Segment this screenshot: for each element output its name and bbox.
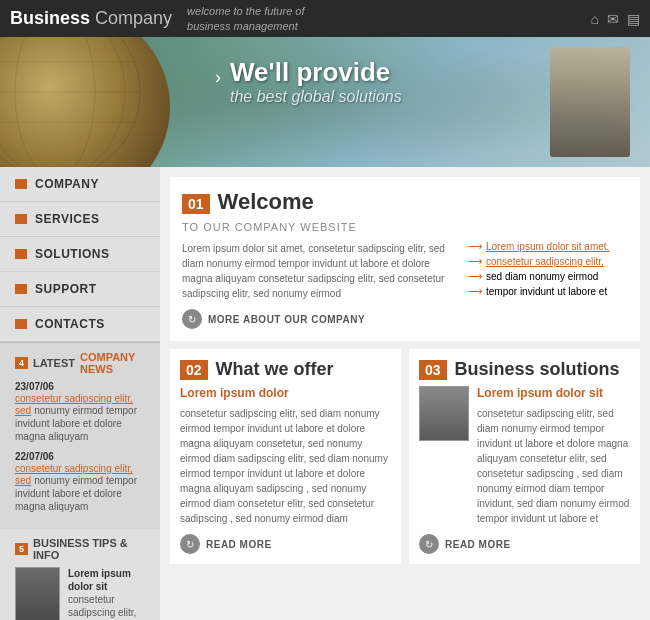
tips-bold: Lorem ipsum dolor sit [68,568,131,592]
tips-num: 5 [15,543,28,555]
news-num: 4 [15,357,28,369]
globe-grid [0,37,170,167]
news-date-2: 22/07/06 [15,451,145,462]
more-label: MORE ABOUT OUR COMPANY [208,314,365,325]
what-read-more[interactable]: ↻ READ MORE [180,534,391,554]
arrow-2: ⟶ [468,256,482,267]
what-section: 02 What we offer Lorem ipsum dolor conse… [170,349,401,564]
header: Business Company welcome to the future o… [0,0,650,37]
biz-image [419,386,469,441]
tagline-line1: welcome to the future of [187,4,304,18]
news-item-1: 23/07/06 consetetur sadipscing elitr, se… [15,381,145,443]
news-date-1: 23/07/06 [15,381,145,392]
biz-read-more[interactable]: ↻ READ MORE [419,534,630,554]
news-title-plain: LATEST [33,357,75,369]
hero-people-image [550,47,630,157]
what-header: 02 What we offer [180,359,391,380]
what-more-icon: ↻ [180,534,200,554]
logo-bold: Business [10,8,90,28]
hero-banner: › We'll provide the best global solution… [0,37,650,167]
news-title-orange: COMPANY NEWS [80,351,145,375]
tagline-line2: business management [187,19,304,33]
biz-body: Lorem ipsum dolor sit consetetur sadipsc… [419,386,630,526]
hero-arrow: › [215,67,221,88]
hero-text: We'll provide the best global solutions [230,57,402,106]
content-area: 01 Welcome TO OUR COMPANY WEBSITE Lorem … [160,167,650,620]
news-text-1: nonumy eirmod tempor invidunt labore et … [15,405,137,442]
rss-icon[interactable]: ▤ [627,11,640,27]
nav-label-company: COMPANY [35,177,99,191]
nav-icon-company [15,179,27,189]
header-icons: ⌂ ✉ ▤ [591,11,640,27]
news-text-2: nonumy eirmod tempor invidunt labore et … [15,475,137,512]
welcome-header: 01 Welcome [182,189,628,215]
right-link-text-4: tempor invidunt ut labore et [486,286,607,297]
right-link-3: ⟶ sed diam nonumy eirmod [468,271,628,282]
welcome-subtitle: TO OUR COMPANY WEBSITE [182,221,628,233]
tips-title: 5 BUSINESS TIPS & INFO [15,537,145,561]
svg-point-1 [15,37,95,167]
more-icon: ↻ [182,309,202,329]
right-link-2: ⟶ consetetur sadipscing elitr, [468,256,628,267]
tips-section: 5 BUSINESS TIPS & INFO Lorem ipsum dolor… [0,529,160,620]
news-section-title: 4 LATEST COMPANY NEWS [15,351,145,375]
nav-item-company[interactable]: COMPANY [0,167,160,202]
right-link-text-3: sed diam nonumy eirmod [486,271,598,282]
nav-item-support[interactable]: SUPPORT [0,272,160,307]
welcome-title: Welcome [218,189,314,215]
nav-item-contacts[interactable]: CONTACTS [0,307,160,342]
tips-content: Lorem ipsum dolor sit consetetur sadipsc… [15,567,145,620]
hero-line2: the best global solutions [230,88,402,106]
right-links: ⟶ Lorem ipsum dolor sit amet, ⟶ consetet… [468,241,628,297]
arrow-3: ⟶ [468,271,482,282]
right-link-1: ⟶ Lorem ipsum dolor sit amet, [468,241,628,252]
home-icon[interactable]: ⌂ [591,11,599,27]
business-section: 03 Business solutions Lorem ipsum dolor … [409,349,640,564]
tips-text: Lorem ipsum dolor sit consetetur sadipsc… [68,567,145,620]
what-subtitle: Lorem ipsum dolor [180,386,391,400]
tips-title-text: BUSINESS TIPS & INFO [33,537,145,561]
news-section: 4 LATEST COMPANY NEWS 23/07/06 consetetu… [0,342,160,529]
biz-num: 03 [419,360,447,380]
nav-icon-services [15,214,27,224]
what-num: 02 [180,360,208,380]
welcome-left: Lorem ipsum dolor sit amet, consetetur s… [182,241,458,329]
nav-label-support: SUPPORT [35,282,97,296]
nav-label-contacts: CONTACTS [35,317,105,331]
logo-area: Business Company welcome to the future o… [10,4,305,33]
right-link-text-2[interactable]: consetetur sadipscing elitr, [486,256,604,267]
biz-subtitle: Lorem ipsum dolor sit [477,386,630,400]
bottom-sections: 02 What we offer Lorem ipsum dolor conse… [170,349,640,564]
welcome-right: ⟶ Lorem ipsum dolor sit amet, ⟶ consetet… [468,241,628,329]
biz-more-icon: ↻ [419,534,439,554]
biz-read-more-label: READ MORE [445,539,511,550]
welcome-text: Lorem ipsum dolor sit amet, consetetur s… [182,241,458,301]
hero-line1: We'll provide [230,57,402,88]
arrow-4: ⟶ [468,286,482,297]
welcome-body: Lorem ipsum dolor sit amet, consetetur s… [182,241,628,329]
biz-text-area: Lorem ipsum dolor sit consetetur sadipsc… [477,386,630,526]
welcome-section: 01 Welcome TO OUR COMPANY WEBSITE Lorem … [170,177,640,341]
logo-normal: Company [90,8,172,28]
tips-avatar [15,567,60,620]
nav-icon-solutions [15,249,27,259]
biz-body-text: consetetur sadipscing elitr, sed diam no… [477,406,630,526]
tagline: welcome to the future of business manage… [187,4,304,33]
more-about-button[interactable]: ↻ MORE ABOUT OUR COMPANY [182,309,458,329]
what-read-more-label: READ MORE [206,539,272,550]
news-item-2: 22/07/06 consetetur sadipscing elitr, se… [15,451,145,513]
biz-header: 03 Business solutions [419,359,630,380]
nav-item-solutions[interactable]: SOLUTIONS [0,237,160,272]
nav-icon-support [15,284,27,294]
main-layout: COMPANY SERVICES SOLUTIONS SUPPORT CONTA… [0,167,650,620]
right-link-4: ⟶ tempor invidunt ut labore et [468,286,628,297]
nav-label-solutions: SOLUTIONS [35,247,110,261]
right-link-text-1[interactable]: Lorem ipsum dolor sit amet, [486,241,609,252]
arrow-1: ⟶ [468,241,482,252]
nav-item-services[interactable]: SERVICES [0,202,160,237]
biz-title: Business solutions [455,359,620,380]
nav-icon-contacts [15,319,27,329]
what-title: What we offer [216,359,334,380]
email-icon[interactable]: ✉ [607,11,619,27]
what-body: consetetur sadipscing elitr, sed diam no… [180,406,391,526]
